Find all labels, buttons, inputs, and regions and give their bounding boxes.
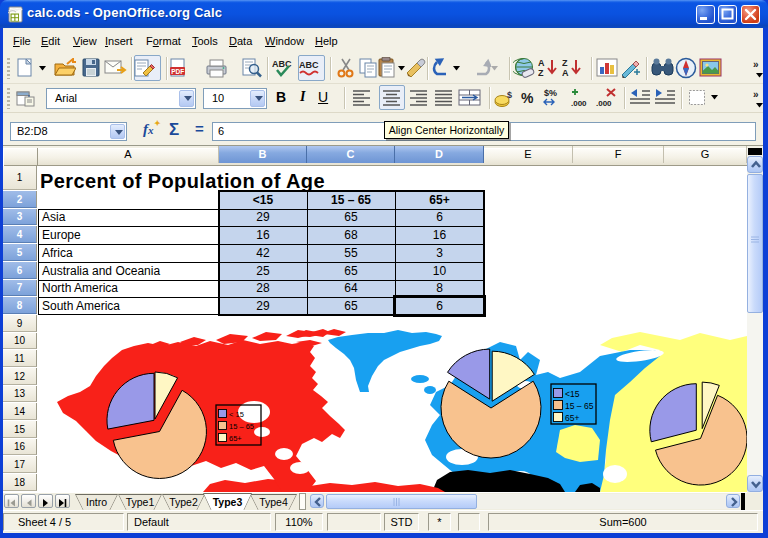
svg-text:<15: <15	[565, 389, 580, 399]
svg-text:$: $	[507, 90, 512, 100]
svg-text:Z: Z	[538, 68, 544, 78]
svg-text:»: »	[753, 59, 759, 70]
svg-text:< 15: < 15	[229, 410, 244, 419]
svg-text:.000: .000	[571, 99, 587, 108]
svg-text:$%: $%	[544, 88, 557, 98]
svg-text:65+: 65+	[565, 413, 579, 423]
svg-text:65+: 65+	[229, 434, 242, 443]
svg-text:%: %	[521, 90, 534, 106]
svg-text:.000: .000	[596, 99, 612, 108]
svg-text:»: »	[753, 89, 759, 100]
svg-text:15 – 65: 15 – 65	[565, 401, 594, 411]
svg-text:ABC: ABC	[299, 60, 319, 70]
svg-text:Z: Z	[562, 58, 568, 68]
svg-text:A: A	[562, 68, 569, 78]
svg-text:A: A	[538, 58, 545, 68]
svg-text:15 – 65: 15 – 65	[229, 422, 254, 431]
svg-text:PDF: PDF	[171, 68, 184, 75]
